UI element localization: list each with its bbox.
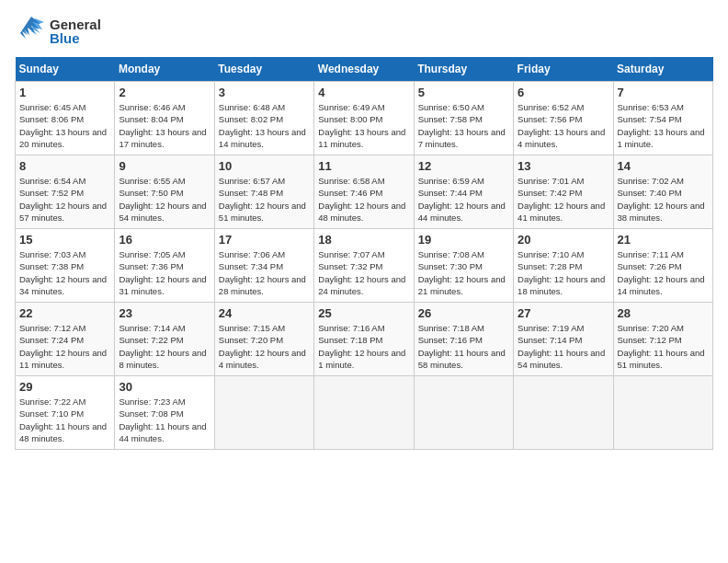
calendar-cell: 24Sunrise: 7:15 AMSunset: 7:20 PMDayligh… (214, 303, 313, 376)
cell-content: Sunrise: 7:18 AMSunset: 7:16 PMDaylight:… (418, 322, 509, 371)
day-number: 29 (19, 380, 110, 394)
calendar-cell: 21Sunrise: 7:11 AMSunset: 7:26 PMDayligh… (613, 229, 712, 303)
col-header-thursday: Thursday (414, 57, 513, 82)
cell-content: Sunrise: 7:05 AMSunset: 7:36 PMDaylight:… (119, 248, 210, 297)
day-number: 25 (318, 306, 409, 320)
calendar-cell: 10Sunrise: 6:57 AMSunset: 7:48 PMDayligh… (214, 155, 313, 229)
calendar-cell: 13Sunrise: 7:01 AMSunset: 7:42 PMDayligh… (514, 155, 613, 229)
day-number: 14 (618, 159, 709, 173)
cell-content: Sunrise: 7:10 AMSunset: 7:28 PMDaylight:… (518, 248, 609, 297)
calendar-cell: 25Sunrise: 7:16 AMSunset: 7:18 PMDayligh… (314, 303, 414, 376)
day-number: 20 (518, 233, 609, 247)
calendar-cell: 6Sunrise: 6:52 AMSunset: 7:56 PMDaylight… (514, 82, 613, 155)
calendar-cell: 26Sunrise: 7:18 AMSunset: 7:16 PMDayligh… (414, 303, 513, 376)
calendar-cell: 20Sunrise: 7:10 AMSunset: 7:28 PMDayligh… (514, 229, 613, 303)
day-number: 24 (219, 306, 310, 320)
calendar-cell: 27Sunrise: 7:19 AMSunset: 7:14 PMDayligh… (514, 303, 613, 376)
calendar-cell: 11Sunrise: 6:58 AMSunset: 7:46 PMDayligh… (314, 155, 414, 229)
calendar-cell: 22Sunrise: 7:12 AMSunset: 7:24 PMDayligh… (16, 303, 115, 376)
cell-content: Sunrise: 7:22 AMSunset: 7:10 PMDaylight:… (19, 396, 110, 444)
calendar-cell: 12Sunrise: 6:59 AMSunset: 7:44 PMDayligh… (414, 155, 513, 229)
cell-content: Sunrise: 7:16 AMSunset: 7:18 PMDaylight:… (318, 322, 409, 371)
cell-content: Sunrise: 7:02 AMSunset: 7:40 PMDaylight:… (618, 175, 709, 224)
calendar-cell: 19Sunrise: 7:08 AMSunset: 7:30 PMDayligh… (414, 229, 513, 303)
calendar-cell (414, 376, 513, 450)
cell-content: Sunrise: 6:58 AMSunset: 7:46 PMDaylight:… (318, 175, 409, 224)
calendar-week-4: 22Sunrise: 7:12 AMSunset: 7:24 PMDayligh… (16, 303, 713, 376)
cell-content: Sunrise: 6:59 AMSunset: 7:44 PMDaylight:… (418, 175, 509, 224)
calendar-cell (214, 376, 313, 450)
day-number: 11 (318, 159, 409, 173)
calendar-cell: 15Sunrise: 7:03 AMSunset: 7:38 PMDayligh… (16, 229, 115, 303)
cell-content: Sunrise: 7:11 AMSunset: 7:26 PMDaylight:… (618, 248, 709, 297)
calendar-cell: 9Sunrise: 6:55 AMSunset: 7:50 PMDaylight… (115, 155, 214, 229)
cell-content: Sunrise: 7:19 AMSunset: 7:14 PMDaylight:… (518, 322, 609, 371)
cell-content: Sunrise: 6:48 AMSunset: 8:02 PMDaylight:… (219, 101, 310, 150)
cell-content: Sunrise: 6:46 AMSunset: 8:04 PMDaylight:… (119, 101, 210, 150)
day-number: 9 (119, 159, 210, 173)
cell-content: Sunrise: 6:54 AMSunset: 7:52 PMDaylight:… (19, 175, 110, 224)
day-number: 3 (219, 86, 310, 99)
col-header-monday: Monday (115, 57, 214, 82)
cell-content: Sunrise: 7:07 AMSunset: 7:32 PMDaylight:… (318, 248, 409, 297)
day-number: 7 (618, 86, 709, 99)
day-number: 30 (119, 380, 210, 394)
cell-content: Sunrise: 6:52 AMSunset: 7:56 PMDaylight:… (518, 101, 609, 150)
day-number: 26 (418, 306, 509, 320)
day-number: 15 (19, 233, 110, 247)
day-number: 21 (618, 233, 709, 247)
calendar-cell: 16Sunrise: 7:05 AMSunset: 7:36 PMDayligh… (115, 229, 214, 303)
calendar-cell: 8Sunrise: 6:54 AMSunset: 7:52 PMDaylight… (16, 155, 115, 229)
calendar-cell: 17Sunrise: 7:06 AMSunset: 7:34 PMDayligh… (214, 229, 313, 303)
day-number: 16 (119, 233, 210, 247)
cell-content: Sunrise: 7:08 AMSunset: 7:30 PMDaylight:… (418, 248, 509, 297)
day-number: 27 (518, 306, 609, 320)
cell-content: Sunrise: 7:01 AMSunset: 7:42 PMDaylight:… (518, 175, 609, 224)
day-number: 23 (119, 306, 210, 320)
cell-content: Sunrise: 6:55 AMSunset: 7:50 PMDaylight:… (119, 175, 210, 224)
header: General Blue (15, 15, 713, 48)
cell-content: Sunrise: 6:50 AMSunset: 7:58 PMDaylight:… (418, 101, 509, 150)
cell-content: Sunrise: 7:14 AMSunset: 7:22 PMDaylight:… (119, 322, 210, 371)
day-number: 12 (418, 159, 509, 173)
day-number: 5 (418, 86, 509, 99)
col-header-wednesday: Wednesday (314, 57, 414, 82)
calendar-cell: 7Sunrise: 6:53 AMSunset: 7:54 PMDaylight… (613, 82, 712, 155)
calendar-cell (613, 376, 712, 450)
cell-content: Sunrise: 6:57 AMSunset: 7:48 PMDaylight:… (219, 175, 310, 224)
calendar-cell: 1Sunrise: 6:45 AMSunset: 8:06 PMDaylight… (16, 82, 115, 155)
day-number: 19 (418, 233, 509, 247)
cell-content: Sunrise: 7:03 AMSunset: 7:38 PMDaylight:… (19, 248, 110, 297)
cell-content: Sunrise: 7:12 AMSunset: 7:24 PMDaylight:… (19, 322, 110, 371)
calendar-cell: 2Sunrise: 6:46 AMSunset: 8:04 PMDaylight… (115, 82, 214, 155)
day-number: 10 (219, 159, 310, 173)
day-number: 28 (618, 306, 709, 320)
col-header-saturday: Saturday (613, 57, 712, 82)
cell-content: Sunrise: 6:49 AMSunset: 8:00 PMDaylight:… (318, 101, 409, 150)
day-number: 1 (19, 86, 110, 99)
calendar-cell: 14Sunrise: 7:02 AMSunset: 7:40 PMDayligh… (613, 155, 712, 229)
day-number: 22 (19, 306, 110, 320)
calendar-week-5: 29Sunrise: 7:22 AMSunset: 7:10 PMDayligh… (16, 376, 713, 450)
calendar-week-3: 15Sunrise: 7:03 AMSunset: 7:38 PMDayligh… (16, 229, 713, 303)
col-header-friday: Friday (514, 57, 613, 82)
calendar-cell: 3Sunrise: 6:48 AMSunset: 8:02 PMDaylight… (214, 82, 313, 155)
cell-content: Sunrise: 6:53 AMSunset: 7:54 PMDaylight:… (618, 101, 709, 150)
logo: General Blue (15, 15, 101, 48)
day-number: 6 (518, 86, 609, 99)
calendar-cell (314, 376, 414, 450)
calendar-cell: 5Sunrise: 6:50 AMSunset: 7:58 PMDaylight… (414, 82, 513, 155)
day-number: 17 (219, 233, 310, 247)
day-number: 2 (119, 86, 210, 99)
day-number: 18 (318, 233, 409, 247)
day-number: 8 (19, 159, 110, 173)
cell-content: Sunrise: 6:45 AMSunset: 8:06 PMDaylight:… (19, 101, 110, 150)
calendar-table: SundayMondayTuesdayWednesdayThursdayFrid… (15, 57, 713, 450)
calendar-cell: 23Sunrise: 7:14 AMSunset: 7:22 PMDayligh… (115, 303, 214, 376)
calendar-header-row: SundayMondayTuesdayWednesdayThursdayFrid… (16, 57, 713, 82)
cell-content: Sunrise: 7:15 AMSunset: 7:20 PMDaylight:… (219, 322, 310, 371)
calendar-cell: 28Sunrise: 7:20 AMSunset: 7:12 PMDayligh… (613, 303, 712, 376)
calendar-cell: 18Sunrise: 7:07 AMSunset: 7:32 PMDayligh… (314, 229, 414, 303)
cell-content: Sunrise: 7:06 AMSunset: 7:34 PMDaylight:… (219, 248, 310, 297)
col-header-tuesday: Tuesday (214, 57, 313, 82)
